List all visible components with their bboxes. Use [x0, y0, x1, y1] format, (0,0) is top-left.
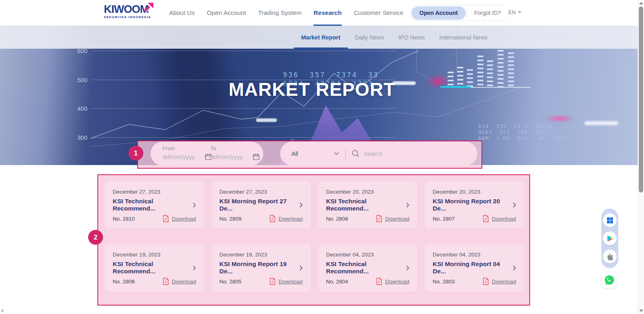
annotation-box-reports: December 27, 2023 KSI Technical Recommen… — [97, 174, 530, 306]
top-header: KIWOOM SEKURITAS INDONESIA About Us Open… — [0, 0, 638, 26]
hero-pink-glow — [546, 115, 574, 122]
scrollbar-thumb[interactable] — [639, 6, 643, 192]
nav-item-trading-system[interactable]: Trading System — [258, 0, 301, 26]
report-title[interactable]: KSI Morning Report 04 De... — [433, 260, 513, 275]
open-account-button[interactable]: Open Account — [411, 6, 466, 20]
report-card[interactable]: December 27, 2023 KSI Morning Report 27 … — [211, 181, 311, 229]
nav-item-research[interactable]: Research — [314, 0, 342, 26]
download-link[interactable]: Download — [483, 215, 516, 222]
report-date: December 04, 2023 — [326, 252, 409, 258]
chevron-right-icon — [193, 202, 196, 208]
pdf-icon — [163, 278, 169, 285]
report-number: No. 2803 — [433, 279, 455, 285]
nav-item-open-account[interactable]: Open Account — [207, 0, 246, 26]
subnav-label: International News — [439, 34, 487, 41]
hero-equalizer-bar — [497, 50, 504, 87]
nav-item-about-us[interactable]: About Us — [169, 0, 195, 26]
logo-sub-text: SEKURITAS INDONESIA — [104, 15, 152, 19]
windows-download-button[interactable] — [603, 213, 617, 227]
account-actions: Open Account Forgot ID? — [410, 5, 510, 21]
report-card[interactable]: December 20, 2023 KSI Technical Recommen… — [318, 181, 417, 229]
download-label: Download — [172, 216, 196, 222]
hero-bg-numbers-1: 936 357 7374 33 — [283, 71, 379, 79]
subnav-item-market-report[interactable]: Market Report — [301, 26, 341, 49]
date-range-filter: From To — [151, 142, 263, 165]
nav-label: Trading System — [258, 9, 301, 17]
hero-ticker-3: ABM J RO OLV KK LMJL — [478, 136, 567, 141]
report-title[interactable]: KSI Morning Report 19 De... — [219, 260, 299, 275]
report-date: December 20, 2023 — [433, 189, 516, 195]
report-card[interactable]: December 19, 2023 KSI Technical Recommen… — [105, 244, 204, 292]
date-from-group: From — [163, 142, 215, 165]
search-input[interactable] — [364, 151, 468, 157]
report-title[interactable]: KSI Morning Report 20 De... — [433, 198, 513, 212]
report-card[interactable]: December 20, 2023 KSI Morning Report 20 … — [425, 181, 524, 229]
pdf-icon — [269, 278, 275, 285]
report-card[interactable]: December 19, 2023 KSI Morning Report 19 … — [211, 244, 311, 292]
download-label: Download — [492, 279, 516, 285]
download-label: Download — [172, 279, 196, 285]
report-card[interactable]: December 04, 2023 KSI Technical Recommen… — [318, 244, 417, 292]
logo-arrow-icon — [142, 2, 154, 13]
hero-equalizer-bar — [487, 60, 493, 87]
report-number: No. 2806 — [113, 279, 135, 285]
hero-cyan-accent — [440, 86, 471, 88]
axis-label-400: 400 — [74, 105, 87, 112]
subnav-label: Market Report — [301, 34, 341, 41]
forgot-id-link[interactable]: Forgot ID? — [467, 10, 508, 16]
report-title[interactable]: KSI Technical Recommend... — [113, 198, 193, 212]
chevron-right-icon — [406, 265, 409, 271]
download-link[interactable]: Download — [269, 278, 303, 285]
whatsapp-icon — [603, 274, 615, 286]
hero-light-streak — [584, 121, 618, 125]
report-title[interactable]: KSI Morning Report 27 De... — [219, 198, 299, 212]
subnav-item-international-news[interactable]: International News — [439, 26, 487, 49]
kiwoom-logo[interactable]: KIWOOM SEKURITAS INDONESIA — [104, 4, 152, 19]
category-dropdown[interactable]: All — [291, 150, 339, 157]
download-link[interactable]: Download — [269, 215, 303, 222]
report-date: December 19, 2023 — [219, 252, 303, 258]
windows-icon — [607, 217, 613, 223]
download-link[interactable]: Download — [163, 215, 196, 222]
subnav-item-ipo-news[interactable]: IPO News — [398, 26, 425, 49]
scrollbar-down-arrow[interactable] — [639, 310, 643, 312]
chevron-down-icon — [334, 152, 339, 155]
calendar-icon[interactable] — [252, 153, 260, 161]
horizontal-scrollbar-left-arrow[interactable] — [1, 309, 3, 313]
language-selector[interactable]: EN — [508, 9, 521, 15]
to-label: To — [211, 145, 216, 151]
download-link[interactable]: Download — [376, 215, 409, 222]
to-date-input[interactable] — [211, 153, 248, 160]
google-play-button[interactable] — [603, 231, 617, 245]
report-card[interactable]: December 04, 2023 KSI Morning Report 04 … — [425, 244, 524, 292]
nav-item-customer-service[interactable]: Customer Service — [354, 0, 403, 26]
report-title[interactable]: KSI Technical Recommend... — [326, 260, 406, 275]
category-value: All — [291, 150, 298, 157]
download-link[interactable]: Download — [163, 278, 196, 285]
report-title[interactable]: KSI Technical Recommend... — [326, 198, 406, 212]
download-link[interactable]: Download — [376, 278, 409, 285]
report-title[interactable]: KSI Technical Recommend... — [113, 260, 193, 275]
apple-app-store-button[interactable] — [603, 250, 617, 263]
scrollbar-up-arrow[interactable] — [639, 2, 643, 4]
hero-light-dash — [256, 118, 277, 122]
report-card[interactable]: December 27, 2023 KSI Technical Recommen… — [105, 181, 204, 229]
chevron-right-icon — [513, 202, 516, 208]
nav-label: Open Account — [207, 9, 246, 17]
nav-label: About Us — [169, 9, 195, 17]
nav-label: Research — [314, 9, 342, 17]
hero-equalizer-bar — [448, 72, 454, 87]
report-date: December 27, 2023 — [219, 189, 303, 195]
search-icon — [351, 149, 360, 158]
pdf-icon — [269, 215, 275, 222]
download-label: Download — [385, 279, 409, 285]
axis-label-300: 300 — [74, 134, 87, 141]
subnav-item-daily-news[interactable]: Daily News — [355, 26, 384, 49]
whatsapp-button[interactable] — [601, 272, 617, 288]
from-date-input[interactable] — [163, 153, 200, 160]
chevron-right-icon — [406, 202, 409, 208]
report-grid: December 27, 2023 KSI Technical Recommen… — [105, 181, 524, 292]
download-link[interactable]: Download — [483, 278, 516, 285]
chevron-right-icon — [193, 265, 196, 271]
report-number: No. 2807 — [433, 216, 455, 222]
